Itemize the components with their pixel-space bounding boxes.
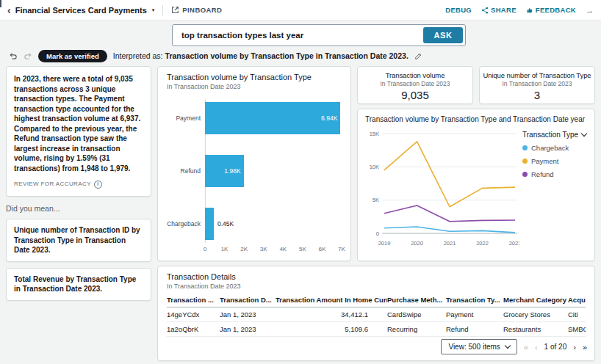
last-page-icon[interactable]: »	[583, 343, 587, 352]
legend-item-refund[interactable]: Refund	[522, 170, 587, 178]
kpi-card-transaction-volume: Transaction volume In Transaction Date 2…	[357, 66, 473, 104]
legend-item-chargeback[interactable]: Chargeback	[522, 144, 587, 152]
thumbs-up-icon	[526, 7, 533, 14]
previous-page-icon[interactable]: ‹	[535, 343, 538, 352]
table-cell: Jan 1, 2023	[220, 337, 276, 341]
bar-chargeback[interactable]	[205, 208, 214, 240]
legend-title-label: Transaction Type	[522, 131, 578, 139]
bar-chart-rows: Payment6.94KRefund1.98KChargeback0.45K	[167, 102, 342, 240]
column-header[interactable]: Transaction Ty...	[446, 294, 503, 307]
back-chevron-icon[interactable]: ‹	[7, 5, 11, 15]
legend-title[interactable]: Transaction Type	[522, 131, 587, 139]
kpi-title: Transaction volume	[361, 71, 469, 79]
pinboard-icon	[171, 6, 179, 14]
table-cell: 5,109.6	[276, 322, 387, 337]
column-header[interactable]: Merchant Category	[503, 294, 568, 307]
review-for-accuracy[interactable]: REVIEW FOR ACCURACY i	[14, 181, 143, 189]
column-header[interactable]: Acquirer Ba...	[568, 294, 586, 307]
bar-payment[interactable]: 6.94K	[205, 102, 340, 134]
first-page-icon[interactable]: «	[524, 343, 528, 352]
undo-icon[interactable]	[9, 51, 18, 60]
ask-button[interactable]: ASK	[423, 27, 463, 43]
interpreted-as-prefix: Interpreted as:	[113, 51, 163, 60]
bar-row: Payment6.94K	[167, 102, 342, 134]
chevron-down-icon	[505, 343, 511, 349]
bar-chart-title: Transaction volume by Transaction Type	[167, 73, 342, 81]
line-series-refund[interactable]	[384, 205, 515, 222]
line-series-chargeback[interactable]	[384, 227, 515, 233]
axis-tick-label: 2K	[240, 246, 248, 252]
bar-category-label: Refund	[167, 167, 201, 175]
legend-item-payment[interactable]: Payment	[522, 157, 587, 165]
debug-button[interactable]: DEBUG	[445, 6, 472, 14]
pinboard-button[interactable]: PINBOARD	[171, 6, 222, 14]
pagination: View: 500 items « ‹ 1 of 20 › »	[433, 337, 587, 357]
svg-text:0: 0	[376, 230, 379, 237]
kpi-value: 3	[483, 89, 591, 101]
chevron-down-icon	[581, 131, 587, 136]
table-cell: Jan 1, 2023	[220, 307, 276, 322]
search-query: top transaction types last year	[173, 31, 303, 40]
info-icon[interactable]: i	[94, 181, 102, 189]
redo-icon[interactable]	[24, 51, 32, 60]
kpi-subtitle: In Transaction Date 2023	[483, 80, 591, 87]
kpi-value: 9,035	[361, 89, 469, 101]
divider	[162, 5, 163, 15]
topic-title[interactable]: Financial Services Card Payments	[15, 6, 147, 15]
legend: Transaction Type ChargebackPaymentRefund	[519, 126, 587, 252]
suggestion-card[interactable]: Unique number of Transaction ID by Trans…	[6, 219, 151, 262]
svg-text:10K: 10K	[370, 164, 379, 170]
suggestion-card[interactable]: Total Revenue by Transaction Type in Tra…	[6, 268, 151, 301]
interpreted-as-text: Interpreted as:Transaction volume by Tra…	[113, 51, 409, 60]
svg-text:2019: 2019	[378, 240, 391, 247]
table-body: 14geYCdxJan 1, 202334,412.1CardSwipePaym…	[167, 307, 586, 341]
column-header[interactable]: Transaction D...	[220, 294, 276, 307]
bar-refund[interactable]: 1.98K	[205, 155, 244, 187]
view-items-dropdown[interactable]: View: 500 items	[441, 339, 517, 354]
column-header[interactable]: Purchase Meth...	[387, 294, 446, 307]
bar-category-label: Chargeback	[167, 220, 201, 228]
table-cell: 14geYCdx	[167, 307, 220, 322]
search-bar[interactable]: top transaction types last year ASK	[172, 24, 466, 46]
svg-text:2020: 2020	[411, 240, 423, 247]
bar-chart-card: Transaction volume by Transaction Type I…	[157, 66, 351, 261]
line-series-payment[interactable]	[384, 142, 515, 207]
table-row[interactable]: 14geYCdxJan 1, 202334,412.1CardSwipePaym…	[167, 307, 586, 322]
share-button[interactable]: SHARE	[481, 6, 517, 14]
narrative-text: In 2023, there were a total of 9,035 tra…	[14, 74, 143, 173]
bar-value-label: 0.45K	[217, 220, 234, 228]
table-cell: 38abQjv	[167, 337, 220, 341]
column-header[interactable]: Transaction ...	[167, 294, 220, 307]
bar-chart-subtitle: In Transaction Date 2023	[167, 83, 342, 90]
edit-pencil-icon[interactable]	[414, 52, 422, 60]
table-subtitle: In Transaction Date 2023	[167, 283, 586, 290]
narrative-card: In 2023, there were a total of 9,035 tra…	[6, 66, 151, 197]
topic-dropdown-icon[interactable]: ▾	[152, 7, 155, 13]
svg-text:2021: 2021	[444, 240, 456, 247]
collapse-panel-icon[interactable]: →	[586, 6, 594, 15]
legend-dot	[522, 159, 528, 164]
axis-tick-label: 7K	[338, 246, 345, 252]
kpi-row: Transaction volume In Transaction Date 2…	[357, 66, 595, 104]
bar-category-label: Payment	[167, 114, 201, 122]
mark-as-verified-button[interactable]: Mark as verified	[38, 50, 107, 62]
axis-tick-label: 0	[204, 246, 206, 252]
bar-row: Refund1.98K	[167, 155, 342, 187]
legend-label: Refund	[531, 170, 554, 178]
kpi-card-unique-transaction-type: Unique number of Transaction Type In Tra…	[479, 66, 595, 104]
table-row[interactable]: 1a2oQbrKJan 1, 20235,109.6RecurringRefun…	[167, 322, 586, 337]
axis-tick-label: 4K	[279, 246, 287, 252]
topbar: ‹ Financial Services Card Payments ▾ PIN…	[0, 0, 601, 21]
feedback-button[interactable]: FEEDBACK	[526, 6, 576, 14]
table-cell: Payment	[446, 307, 503, 322]
debug-label: DEBUG	[445, 6, 472, 14]
bar-chart-axis: 01K2K3K4K5K6K7K	[205, 244, 342, 253]
bar-track: 6.94K	[205, 102, 342, 134]
next-page-icon[interactable]: ›	[573, 343, 576, 352]
column-header[interactable]: Transaction Amount In Home Curre...	[276, 294, 387, 307]
page-indicator: 1 of 20	[544, 343, 567, 351]
topbar-actions: DEBUG SHARE FEEDBACK →	[445, 6, 594, 15]
kpi-subtitle: In Transaction Date 2023	[361, 80, 469, 87]
interpretation-bar: Mark as verified Interpreted as:Transact…	[9, 48, 592, 63]
transaction-table: Transaction ...Transaction D...Transacti…	[167, 294, 586, 341]
